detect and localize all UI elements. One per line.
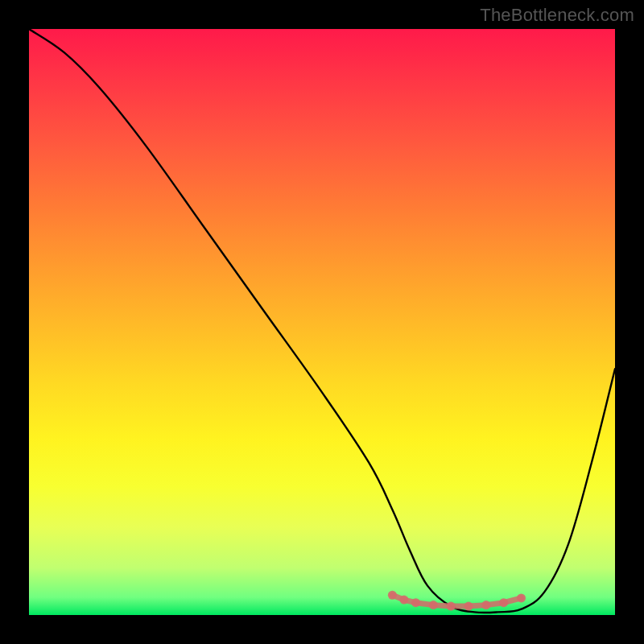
marker-dot [447, 602, 456, 611]
curve-svg [29, 29, 615, 615]
watermark-text: TheBottleneck.com [480, 5, 634, 26]
marker-dot [411, 598, 420, 607]
marker-dot [399, 596, 408, 605]
bottom-markers-group [388, 591, 526, 611]
marker-dot [388, 591, 397, 600]
chart-container: TheBottleneck.com [0, 0, 644, 644]
marker-dot [517, 593, 526, 602]
marker-dot [429, 601, 438, 609]
plot-area [29, 29, 615, 615]
bottleneck-curve [29, 29, 615, 613]
marker-dot [464, 602, 473, 611]
marker-dot [499, 598, 508, 607]
marker-dot [481, 601, 490, 609]
